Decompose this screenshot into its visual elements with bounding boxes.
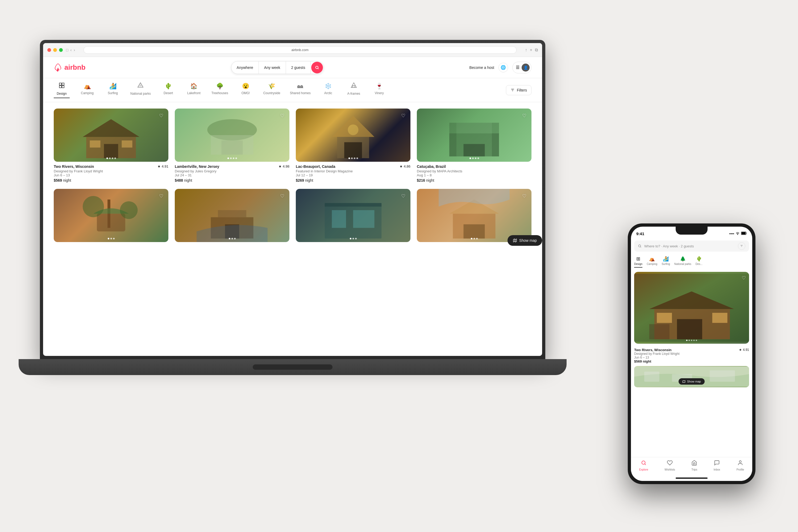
phone-listing-price: $569 night [634, 359, 749, 363]
listing-image-4: ♡ [417, 109, 531, 162]
wishlist-button-7[interactable]: ♡ [399, 192, 407, 200]
category-omg[interactable]: 😮 OMG! [238, 83, 254, 98]
phone-notch [676, 227, 707, 234]
tabs-icon[interactable]: ⧉ [535, 48, 538, 52]
new-tab-icon[interactable]: + [530, 48, 532, 52]
header-right: Become a host 🌐 ☰ 👤 [470, 62, 531, 73]
phone-surfing-label: Surfing [662, 263, 670, 265]
browser-chrome: □ ‹ › airbnb.com ↑ + ⧉ [43, 43, 542, 57]
explore-label: Explore [639, 468, 648, 471]
wishlist-button-6[interactable]: ♡ [278, 192, 286, 200]
listing-subtitle-4: Designed by MAPA Architects [417, 169, 531, 173]
wishlist-button-3[interactable]: ♡ [399, 112, 407, 120]
hamburger-icon: ☰ [516, 65, 519, 70]
phone-map-preview[interactable]: Show map [634, 366, 749, 387]
phone-house-illustration [634, 272, 749, 344]
traffic-light-minimize[interactable] [53, 48, 57, 52]
category-shared-homes[interactable]: 🏘 Shared homes [290, 83, 311, 98]
category-arctic[interactable]: ❄️ Arctic [320, 83, 336, 98]
listing-location-3: Lac-Beauport, Canada [296, 165, 336, 169]
become-host-link[interactable]: Become a host [470, 65, 494, 70]
search-any-week[interactable]: Any week [259, 61, 286, 74]
forward-icon[interactable]: › [74, 48, 75, 52]
language-selector[interactable]: 🌐 [498, 63, 508, 72]
show-map-label: Show map [519, 238, 537, 243]
shared-homes-icon: 🏘 [298, 83, 303, 90]
svg-rect-26 [97, 214, 125, 231]
phone-listing-info: Two Rivers, Wisconsin ★ 4.91 Designed by… [634, 346, 749, 363]
back-icon[interactable]: ‹ [70, 48, 72, 52]
category-lakefront[interactable]: 🏠 Lakefront [186, 83, 202, 98]
inbox-icon [714, 460, 720, 467]
phone-cat-surfing[interactable]: 🏄 Surfing [662, 256, 670, 268]
wishlist-button-4[interactable]: ♡ [520, 112, 528, 120]
listing-dates-1: Jun 6 – 13 [54, 173, 168, 177]
category-national-parks[interactable]: National parks [130, 82, 151, 98]
phone-search-bar[interactable]: Where to? · Any week · 2 guests [634, 241, 749, 252]
phone-cat-design[interactable]: ⊞ Design [634, 256, 642, 268]
phone-nav-trips[interactable]: Trips [691, 460, 697, 471]
show-map-button[interactable]: Show map [508, 235, 542, 246]
airbnb-logo[interactable]: airbnb [54, 63, 86, 72]
traffic-light-close[interactable] [48, 48, 51, 52]
listing-dates-3: Jul 12 – 19 [296, 173, 411, 177]
user-menu[interactable]: ☰ 👤 [512, 62, 531, 73]
wishlist-button-2[interactable]: ♡ [278, 112, 286, 120]
listing-card-6[interactable]: ♡ [175, 189, 289, 245]
category-treehouses[interactable]: 🌳 Treehouses [211, 83, 228, 98]
filters-button[interactable]: Filters [506, 85, 531, 95]
house-illustration-3 [296, 109, 411, 162]
phone-filter-icon[interactable] [738, 242, 745, 250]
category-camping[interactable]: ⛺ Camping [79, 83, 95, 98]
phone-nav-profile[interactable]: Profile [737, 460, 744, 471]
phone-map-button[interactable]: Show map [679, 378, 705, 385]
listing-card-3[interactable]: ♡ Lac-Beauport, Canada [296, 109, 411, 183]
phone-cat-national-parks[interactable]: 🌲 National parks [674, 256, 691, 268]
listing-card-2[interactable]: ♡ Lambertville, New Jerse [175, 109, 289, 183]
surfing-label: Surfing [108, 91, 118, 95]
lakefront-icon: 🏠 [190, 83, 197, 90]
phone-cat-camping[interactable]: ⛺ Camping [647, 256, 657, 268]
listing-card-4[interactable]: ♡ Catuçaba, Brazil [417, 109, 531, 183]
phone-cat-des[interactable]: 🌵 Des... [696, 256, 703, 268]
category-surfing[interactable]: 🏄 Surfing [105, 83, 121, 98]
search-guests[interactable]: 2 guests [286, 61, 311, 74]
wishlist-button-1[interactable]: ♡ [157, 112, 165, 120]
listing-card-1[interactable]: ♡ Two Rivers, Wisconsin [54, 109, 168, 183]
phone-nav-inbox[interactable]: Inbox [714, 460, 720, 471]
airbnb-logo-icon [54, 63, 62, 72]
svg-point-44 [639, 245, 641, 247]
phone-des-icon: 🌵 [696, 256, 702, 262]
category-items: Design ⛺ Camping 🏄 Surfing [54, 82, 506, 98]
browser-actions: ↑ + ⧉ [525, 48, 538, 52]
listing-card-5[interactable]: ♡ [54, 189, 168, 245]
address-bar[interactable]: airbnb.com [83, 46, 517, 54]
phone-main-listing[interactable]: ♡ [634, 272, 749, 344]
svg-rect-30 [218, 210, 246, 217]
category-desert[interactable]: 🌵 Desert [160, 83, 176, 98]
category-vinery[interactable]: 🍷 Vinery [371, 83, 387, 98]
phone-wishlist-button[interactable]: ♡ [742, 275, 746, 281]
omg-icon: 😮 [242, 83, 249, 90]
sidebar-toggle-icon[interactable]: □ [66, 48, 68, 52]
phone-listing-subtitle: Designed by Frank Lloyd Wright [634, 352, 749, 356]
filters-label: Filters [517, 88, 527, 92]
wishlist-button-8[interactable]: ♡ [520, 192, 528, 200]
traffic-light-maximize[interactable] [59, 48, 63, 52]
listing-price-2: $488 night [175, 178, 289, 183]
category-a-frames[interactable]: A-frames [346, 82, 362, 98]
listings-wrapper: ♡ Two Rivers, Wisconsin [43, 102, 542, 251]
wishlist-button-5[interactable]: ♡ [157, 192, 165, 200]
share-icon[interactable]: ↑ [525, 48, 527, 52]
phone-nav-explore[interactable]: Explore [639, 460, 648, 471]
category-countryside[interactable]: 🌾 Countryside [263, 83, 280, 98]
search-anywhere[interactable]: Anywhere [231, 61, 259, 74]
house-illustration-6 [175, 189, 289, 242]
house-illustration-1 [54, 109, 168, 162]
listing-card-7[interactable]: ♡ [296, 189, 411, 245]
category-design[interactable]: Design [54, 82, 70, 98]
search-button[interactable] [311, 62, 323, 73]
svg-point-28 [120, 201, 138, 219]
svg-rect-23 [449, 122, 456, 156]
phone-nav-wishlists[interactable]: Wishlists [664, 460, 675, 471]
